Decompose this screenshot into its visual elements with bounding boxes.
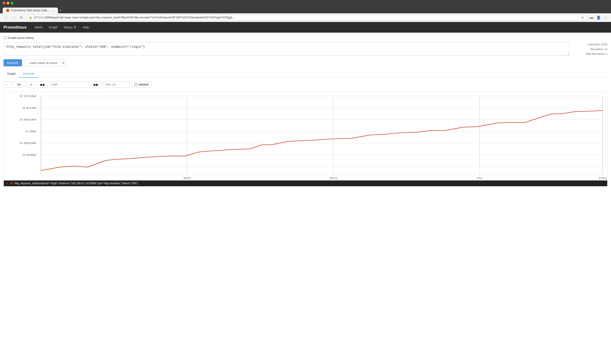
nav-item-help[interactable]: Help — [80, 24, 92, 31]
nav-item-graph[interactable]: Graph — [46, 24, 60, 31]
load-time-stat: Load time: 21ms — [572, 42, 608, 47]
app-content: Enable query history http_requests_total… — [0, 33, 611, 364]
svg-text:3.9M: 3.9M — [25, 130, 36, 133]
time-forward-button[interactable]: ▶▶ — [91, 81, 102, 88]
graph-controls: - + ◀◀ ▶▶ stacked — [3, 81, 608, 88]
nav-item-alerts[interactable]: Alerts — [32, 24, 45, 31]
active-browser-tab[interactable]: Prometheus Time Series Colle... × — [3, 8, 58, 13]
address-bar[interactable]: 🔒 127.0.0.1:9090/graph?g0.range_input=1m… — [26, 15, 587, 20]
range-minus-button[interactable]: - — [3, 81, 11, 88]
until-input[interactable] — [49, 81, 89, 88]
svg-text:3.91M: 3.91M — [22, 106, 36, 109]
tab-title: Prometheus Time Series Colle... — [11, 9, 49, 12]
back-button[interactable]: ← — [3, 15, 9, 20]
time-back-button[interactable]: ◀◀ — [37, 81, 47, 88]
stacked-checkbox — [135, 83, 137, 86]
svg-text:0s: 0s — [477, 177, 482, 179]
execute-button[interactable]: Execute — [3, 59, 22, 66]
close-tab-button[interactable]: × — [53, 9, 54, 12]
svg-text:45s: 45s — [329, 177, 338, 179]
browser-tabs: Prometheus Time Series Colle... × + — [3, 8, 608, 13]
resolution-stat: Resolution: 1s — [572, 47, 608, 52]
browser-toolbar: ← → ↻ 🔒 127.0.0.1:9090/graph?g0.range_in… — [0, 13, 611, 22]
close-window-button[interactable] — [3, 2, 5, 4]
nav-item-status[interactable]: Status ▼ — [61, 24, 79, 31]
query-row: http_requests_total{job="http-simulator"… — [3, 42, 608, 57]
app-nav: Prometheus Alerts Graph Status ▼ Help — [0, 22, 611, 33]
query-stats: Load time: 21ms Resolution: 1s Total tim… — [572, 42, 608, 57]
insert-metric-select[interactable]: - insert metric at cursor - — [25, 59, 65, 66]
enable-query-history-label[interactable]: Enable query history — [8, 36, 34, 39]
tab-console[interactable]: Console — [19, 70, 38, 78]
resolution-input[interactable] — [103, 81, 130, 88]
url-text: 127.0.0.1:9090/graph?g0.range_input=1m&g… — [34, 16, 580, 19]
range-plus-button[interactable]: + — [27, 81, 35, 88]
svg-text:3.89M: 3.89M — [22, 154, 36, 156]
chart-tooltip: ✓ http_requests_total{endpoint="/login",… — [4, 181, 607, 186]
query-tabs: Graph Console — [3, 70, 608, 78]
query-actions: Execute - insert metric at cursor - — [3, 59, 608, 66]
browser-toolbar-icons: ▬ 👤 ⋮ — [589, 15, 608, 20]
star-icon: ★ — [581, 16, 584, 19]
chart-svg: 3.915M 3.91M 3.905M 3.9M 3.895M 3.89M 30… — [4, 92, 607, 181]
range-input[interactable] — [12, 81, 26, 88]
chevron-down-icon: ▼ — [73, 26, 76, 29]
tab-graph[interactable]: Graph — [3, 70, 19, 78]
stacked-button[interactable]: stacked — [132, 81, 151, 88]
enable-query-history-checkbox[interactable] — [3, 36, 6, 39]
forward-button[interactable]: → — [11, 15, 17, 20]
svg-text:30s: 30s — [183, 177, 191, 179]
menu-icon[interactable]: ⋮ — [603, 15, 608, 20]
maximize-window-button[interactable] — [11, 2, 13, 4]
tooltip-text: http_requests_total{endpoint="/login",in… — [14, 182, 138, 185]
extensions-icon[interactable]: ▬ — [589, 15, 594, 20]
svg-text:3.915M: 3.915M — [19, 95, 36, 97]
chart-container: 3.915M 3.91M 3.905M 3.9M 3.895M 3.89M 30… — [3, 91, 608, 186]
query-input[interactable]: http_requests_total{job="http-simulator"… — [3, 42, 569, 56]
tooltip-color-indicator — [11, 182, 13, 184]
window-controls — [3, 2, 13, 4]
query-history-row: Enable query history — [3, 36, 608, 39]
refresh-button[interactable]: ↻ — [19, 15, 24, 20]
tab-favicon — [6, 9, 9, 12]
minimize-window-button[interactable] — [7, 2, 9, 4]
svg-text:3.895M: 3.895M — [19, 142, 36, 144]
browser-chrome: Prometheus Time Series Colle... × + — [0, 0, 611, 13]
svg-text:3.905M: 3.905M — [19, 118, 36, 121]
tooltip-checkmark: ✓ — [6, 182, 9, 185]
account-icon[interactable]: 👤 — [596, 15, 602, 20]
svg-text:15s: 15s — [598, 177, 607, 179]
total-time-series-stat: Total time series: 1 — [572, 52, 608, 57]
nav-items: Alerts Graph Status ▼ Help — [32, 24, 92, 31]
new-tab-button[interactable]: + — [58, 8, 64, 13]
app-logo: Prometheus — [3, 25, 27, 30]
lock-icon: 🔒 — [29, 16, 32, 19]
stacked-label: stacked — [139, 83, 149, 86]
chart-inner: 3.915M 3.91M 3.905M 3.9M 3.895M 3.89M 30… — [4, 92, 607, 181]
